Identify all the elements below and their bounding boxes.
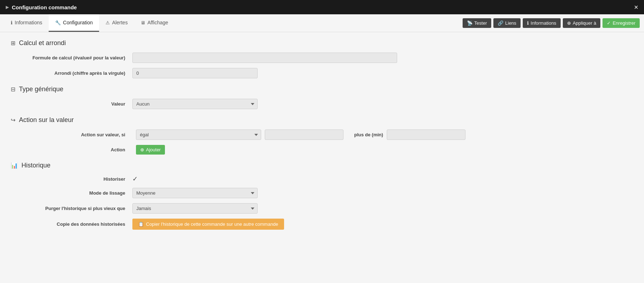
- copie-row: Copie des données historisées 📋 Copier l…: [11, 219, 633, 230]
- config-tab-icon: 🔧: [55, 20, 61, 25]
- check-circle-icon: ✓: [607, 20, 611, 26]
- historique-section-header: 📊 Historique: [11, 162, 633, 169]
- tab-list: ℹ Informations 🔧 Configuration ⚠ Alertes…: [4, 14, 175, 32]
- action-section-title: Action sur la valeur: [19, 116, 74, 124]
- copier-historique-button[interactable]: 📋 Copier l'historique de cette commande …: [132, 219, 284, 230]
- title-arrow-icon: ▶: [6, 5, 9, 10]
- valeur-select[interactable]: Aucun Option 1 Option 2: [132, 99, 258, 109]
- ajouter-button[interactable]: ⊕ Ajouter: [136, 145, 165, 155]
- alertes-tab-icon: ⚠: [106, 20, 110, 25]
- action-section-icon: ↪: [11, 117, 15, 123]
- tab-alertes-label: Alertes: [112, 20, 128, 25]
- enregistrer-button[interactable]: ✓ Enregistrer: [602, 18, 640, 28]
- title-bar: ▶ Configuration commande ×: [0, 0, 644, 14]
- calcul-section-header: ⊞ Calcul et arrondi: [11, 39, 633, 47]
- link-icon: 🔗: [498, 20, 503, 26]
- arrondi-label: Arrondi (chiffre après la virgule): [18, 70, 132, 76]
- action-row: Action ⊕ Ajouter: [11, 145, 633, 155]
- affichage-tab-icon: 🖥: [141, 20, 145, 25]
- main-content: ⊞ Calcul et arrondi Formule de calcul (#…: [0, 32, 644, 283]
- action-label: Action: [18, 147, 132, 152]
- formule-input[interactable]: [132, 53, 397, 63]
- lissage-label: Mode de lissage: [18, 190, 132, 196]
- copy-icon: 📋: [138, 221, 144, 227]
- ajouter-plus-icon: ⊕: [140, 147, 144, 152]
- arrondi-input[interactable]: [132, 68, 258, 78]
- tab-informations-label: Informations: [15, 20, 42, 25]
- historiser-row: Historiser ✓: [11, 175, 633, 183]
- calcul-section-icon: ⊞: [11, 40, 15, 47]
- tab-affichage[interactable]: 🖥 Affichage: [134, 14, 175, 32]
- tab-affichage-label: Affichage: [147, 20, 168, 25]
- liens-button[interactable]: 🔗 Liens: [493, 18, 521, 28]
- tab-configuration[interactable]: 🔧 Configuration: [49, 14, 99, 32]
- valeur-label: Valeur: [18, 101, 132, 107]
- plus-circle-icon: ⊕: [567, 20, 571, 26]
- historiser-label: Historiser: [18, 176, 132, 182]
- plus-de-label: plus de (min): [354, 132, 383, 137]
- lissage-row: Mode de lissage Moyenne Aucun Mode: [11, 188, 633, 198]
- purger-select[interactable]: Jamais 1 jour 7 jours 30 jours: [132, 203, 258, 214]
- tab-alertes[interactable]: ⚠ Alertes: [99, 14, 134, 32]
- plus-de-input[interactable]: [387, 130, 465, 140]
- action-si-select[interactable]: égal différent supérieur inférieur: [136, 130, 261, 140]
- historique-section-icon: 📊: [11, 162, 18, 169]
- close-button[interactable]: ×: [634, 4, 638, 11]
- tab-bar: ℹ Informations 🔧 Configuration ⚠ Alertes…: [0, 14, 644, 32]
- formule-row: Formule de calcul (#value# pour la valeu…: [11, 53, 633, 63]
- valeur-row: Valeur Aucun Option 1 Option 2: [11, 99, 633, 109]
- title-bar-title: Configuration commande: [12, 4, 77, 10]
- action-si-value-input[interactable]: [265, 130, 343, 140]
- tab-configuration-label: Configuration: [63, 20, 93, 25]
- copie-label: Copie des données historisées: [18, 221, 132, 227]
- arrondi-row: Arrondi (chiffre après la virgule): [11, 68, 633, 78]
- info-toolbar-icon: ℹ: [527, 20, 529, 26]
- purger-row: Purger l'historique si plus vieux que Ja…: [11, 203, 633, 214]
- tab-informations[interactable]: ℹ Informations: [4, 14, 49, 32]
- appliquer-button[interactable]: ⊕ Appliquer à: [563, 18, 601, 28]
- action-si-label: Action sur valeur, si: [18, 132, 132, 137]
- type-section-header: ⊟ Type générique: [11, 86, 633, 93]
- toolbar-right: 📡 Tester 🔗 Liens ℹ Informations ⊕ Appliq…: [463, 18, 640, 28]
- calcul-section-title: Calcul et arrondi: [19, 39, 66, 47]
- info-tab-icon: ℹ: [11, 20, 13, 25]
- action-section-header: ↪ Action sur la valeur: [11, 116, 633, 124]
- historiser-checkbox[interactable]: ✓: [132, 175, 138, 183]
- tester-button[interactable]: 📡 Tester: [463, 18, 491, 28]
- lissage-select[interactable]: Moyenne Aucun Mode: [132, 188, 258, 198]
- action-si-row: Action sur valeur, si égal différent sup…: [11, 130, 633, 140]
- formule-label: Formule de calcul (#value# pour la valeu…: [18, 55, 132, 60]
- purger-label: Purger l'historique si plus vieux que: [18, 206, 132, 211]
- type-section-icon: ⊟: [11, 86, 15, 93]
- rss-icon: 📡: [467, 20, 473, 26]
- type-section-title: Type générique: [19, 86, 63, 93]
- historique-section-title: Historique: [21, 162, 50, 169]
- informations-toolbar-button[interactable]: ℹ Informations: [523, 18, 561, 28]
